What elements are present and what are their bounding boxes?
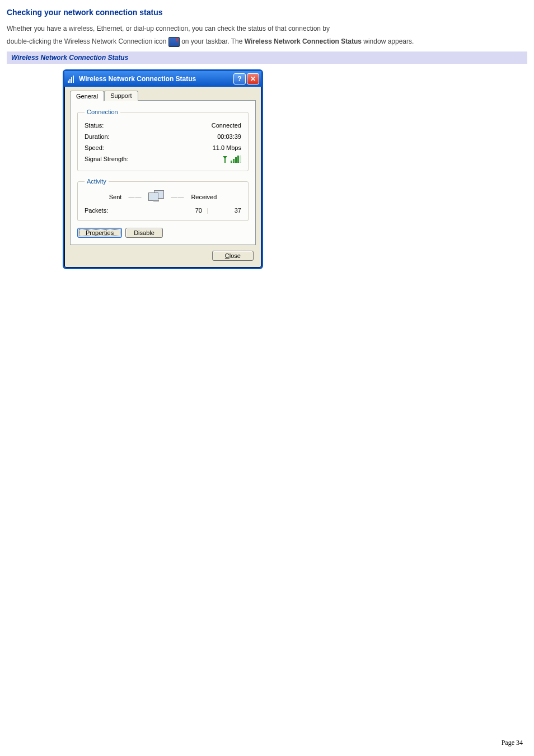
activity-monitors-icon xyxy=(148,190,164,204)
tab-support[interactable]: Support xyxy=(104,91,138,101)
group-activity-legend: Activity xyxy=(85,178,109,185)
row-speed: Speed: 11.0 Mbps xyxy=(85,142,241,153)
row-duration: Duration: 00:03:39 xyxy=(85,131,241,142)
value-duration: 00:03:39 xyxy=(217,133,241,140)
figure-wrap: Wireless Network Connection Status ? ✕ G… xyxy=(7,64,527,269)
signal-strength-icon xyxy=(222,156,241,163)
label-sent: Sent xyxy=(109,194,122,200)
properties-button[interactable]: Properties xyxy=(77,228,122,238)
dialog-close-row: Close xyxy=(70,245,256,262)
titlebar-help-button[interactable]: ? xyxy=(233,73,246,84)
intro-text-before-icon: double-clicking the Wireless Network Con… xyxy=(7,37,168,45)
intro-text-tail: window appears. xyxy=(363,37,414,45)
dialog-body: General Support Connection Status: Conne… xyxy=(64,87,261,267)
group-activity: Activity Sent —— —— Received Packets: 7 xyxy=(77,178,249,221)
label-speed: Speed: xyxy=(85,144,104,151)
dialog-titlebar: Wireless Network Connection Status ? ✕ xyxy=(64,71,261,87)
close-button-rest: lose xyxy=(229,252,241,259)
label-signal-strength: Signal Strength: xyxy=(85,156,128,163)
activity-header: Sent —— —— Received xyxy=(85,190,241,204)
section-heading: Checking your network connection status xyxy=(7,8,527,17)
value-packets-received: 37 xyxy=(213,207,241,214)
value-packets-sent: 70 xyxy=(174,207,202,214)
label-status: Status: xyxy=(85,122,104,129)
close-button[interactable]: Close xyxy=(212,251,254,261)
close-button-accel: C xyxy=(225,252,229,259)
titlebar-close-button[interactable]: ✕ xyxy=(247,73,259,84)
row-packets: Packets: 70 | 37 xyxy=(85,204,241,215)
label-received: Received xyxy=(191,194,217,200)
figure-caption: Wireless Network Connection Status xyxy=(7,51,527,64)
value-status: Connected xyxy=(212,122,241,129)
taskbar-connection-icon xyxy=(168,37,180,47)
group-connection-legend: Connection xyxy=(85,109,120,115)
disable-button[interactable]: Disable xyxy=(125,228,163,238)
dialog-title-text: Wireless Network Connection Status xyxy=(79,75,196,83)
row-signal-strength: Signal Strength: xyxy=(85,153,241,165)
activity-dash-left: —— xyxy=(128,194,142,200)
wireless-icon xyxy=(68,75,76,83)
dialog-button-row: Properties Disable xyxy=(77,228,249,238)
intro-bold-window-name: Wireless Network Connection Status xyxy=(245,37,362,45)
value-speed: 11.0 Mbps xyxy=(213,144,241,151)
dialog-tabs: General Support xyxy=(70,90,256,101)
status-dialog: Wireless Network Connection Status ? ✕ G… xyxy=(63,69,263,269)
tab-pane-general: Connection Status: Connected Duration: 0… xyxy=(70,100,256,245)
tab-general[interactable]: General xyxy=(70,91,104,101)
intro-text-after-icon: on your taskbar. The xyxy=(181,37,245,45)
label-packets: Packets: xyxy=(85,207,174,214)
activity-dash-right: —— xyxy=(171,194,184,200)
row-status: Status: Connected xyxy=(85,120,241,131)
group-connection: Connection Status: Connected Duration: 0… xyxy=(77,109,249,171)
intro-paragraph-line2: double-clicking the Wireless Network Con… xyxy=(7,36,527,47)
intro-paragraph-line1: Whether you have a wireless, Ethernet, o… xyxy=(7,24,527,34)
packets-separator: | xyxy=(202,207,213,214)
label-duration: Duration: xyxy=(85,133,110,140)
